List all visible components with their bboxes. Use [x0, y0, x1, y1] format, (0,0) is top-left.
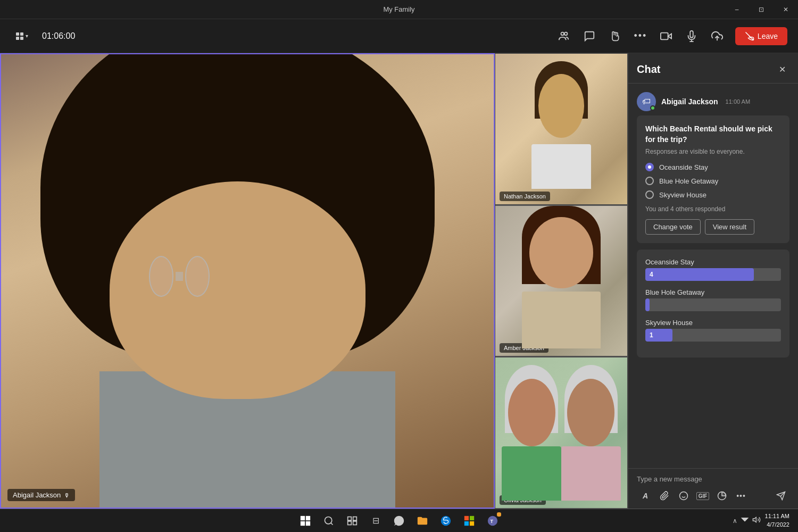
store-button[interactable]	[459, 510, 480, 531]
format-text-button[interactable]: A	[637, 487, 654, 504]
network-icon[interactable]	[741, 516, 749, 526]
main-participant-name: Abigail Jackson	[13, 491, 61, 499]
call-timer: 01:06:00	[42, 31, 75, 41]
poll-card: Which Beach Rental should we pick for th…	[637, 115, 789, 243]
people-icon	[558, 30, 570, 42]
system-clock[interactable]: 11:11 AM 4/7/2022	[765, 512, 789, 529]
message-header: 🏷 Abigail Jackson 11:00 AM	[637, 92, 789, 111]
meeting-toolbar: ▾ 01:06:00 •••	[0, 19, 798, 53]
windows-icon	[300, 516, 311, 526]
camera-button[interactable]	[654, 24, 678, 48]
close-button[interactable]: ✕	[774, 0, 798, 19]
poll-option-3[interactable]: Skyview House	[645, 190, 781, 199]
dropdown-chevron: ▾	[26, 33, 28, 39]
svg-rect-13	[306, 521, 310, 525]
leave-phone-icon	[745, 31, 754, 41]
svg-rect-2	[661, 32, 668, 39]
poll-option-label-1: Oceanside Stay	[659, 163, 708, 171]
send-message-button[interactable]	[772, 487, 789, 504]
video-area: Abigail Jackson 🎙 Nathan Jackson	[0, 53, 628, 509]
emoji-button[interactable]	[675, 487, 692, 504]
attach-button[interactable]	[656, 487, 673, 504]
olivia-video-feed	[495, 358, 627, 508]
svg-rect-21	[470, 516, 474, 520]
people-button[interactable]	[552, 24, 576, 48]
leave-label: Leave	[758, 32, 778, 40]
search-taskbar-icon	[323, 516, 334, 526]
nathan-figure	[528, 61, 594, 189]
svg-rect-11	[306, 516, 310, 520]
restore-button[interactable]: ⊡	[749, 0, 774, 19]
svg-rect-22	[464, 521, 469, 525]
result-bar-container-2	[645, 298, 781, 311]
poll-subtitle: Responses are visible to everyone.	[645, 148, 781, 155]
poll-option-1[interactable]: Oceanside Stay	[645, 163, 781, 171]
gif-icon: GIF	[696, 492, 710, 500]
view-result-button[interactable]: View result	[705, 219, 754, 235]
chat-button[interactable]	[578, 24, 601, 48]
change-vote-button[interactable]: Change vote	[645, 219, 701, 235]
toolbar-left: ▾ 01:06:00	[11, 29, 75, 43]
nathan-face	[538, 74, 585, 138]
svg-rect-12	[301, 521, 305, 525]
edge-button[interactable]	[435, 510, 456, 531]
main-video-label: Abigail Jackson 🎙	[7, 489, 75, 501]
poll-radio-2[interactable]	[645, 177, 654, 185]
svg-rect-15	[348, 517, 352, 520]
window-title: My Family	[383, 5, 414, 13]
svg-rect-20	[464, 516, 469, 520]
svg-point-0	[561, 32, 564, 35]
volume-icon[interactable]	[752, 516, 761, 526]
taskbar-center: ⊟ T	[295, 510, 503, 531]
raise-hand-button[interactable]	[603, 24, 627, 48]
file-explorer-button[interactable]	[412, 510, 433, 531]
poll-option-2[interactable]: Blue Hole Getaway	[645, 177, 781, 185]
poll-radio-3[interactable]	[645, 190, 654, 199]
current-date: 4/7/2022	[765, 521, 789, 529]
poll-radio-1[interactable]	[645, 163, 654, 171]
overflow-indicator[interactable]: ∧	[733, 517, 737, 525]
sticker-button[interactable]	[713, 487, 730, 504]
poll-option-label-3: Skyview House	[659, 191, 706, 199]
folder-icon	[417, 515, 428, 527]
more-options-button[interactable]: •••	[629, 24, 652, 48]
toolbar-right: ••• Leave	[552, 24, 787, 48]
olivia-face	[508, 379, 555, 446]
chat-taskbar-button[interactable]	[388, 510, 410, 531]
store-icon	[463, 515, 475, 527]
result-item-3: Skyview House 1	[645, 319, 781, 342]
system-tray-icons: ∧	[733, 516, 761, 526]
gif-button[interactable]: GIF	[694, 487, 711, 504]
emoji-icon	[679, 491, 688, 501]
mic-button[interactable]	[680, 24, 703, 48]
chat-input-toolbar: A GIF	[637, 487, 789, 504]
result-count-1: 4	[650, 271, 653, 278]
poll-question: Which Beach Rental should we pick for th…	[645, 124, 781, 145]
leave-button[interactable]: Leave	[735, 27, 787, 45]
side-video-olivia: Olivia Jackson	[495, 356, 628, 509]
teams-notification-badge	[497, 512, 501, 517]
svg-rect-18	[353, 521, 357, 525]
chat-title: Chat	[637, 63, 660, 76]
more-options-chat-button[interactable]: •••	[733, 487, 750, 504]
partner-face	[567, 379, 614, 446]
volume-svg	[752, 516, 761, 524]
sticker-icon	[717, 491, 727, 501]
share-button[interactable]	[705, 24, 729, 48]
minimize-button[interactable]: –	[725, 0, 749, 19]
grid-view-button[interactable]: ▾	[11, 29, 34, 43]
windows-start-button[interactable]	[295, 510, 316, 531]
teams-button[interactable]: T	[482, 510, 503, 531]
widgets-button[interactable]: ⊟	[365, 510, 386, 531]
poll-actions: Change vote View result	[645, 219, 781, 235]
search-button[interactable]	[318, 510, 339, 531]
olivia-figure	[502, 365, 561, 500]
task-view-button[interactable]	[342, 510, 363, 531]
attach-icon	[660, 491, 669, 501]
send-icon	[776, 491, 786, 501]
chat-message: 🏷 Abigail Jackson 11:00 AM Which Beach R…	[637, 92, 789, 358]
current-time: 11:11 AM	[765, 512, 789, 520]
side-video-amber: Amber Jackson	[495, 205, 628, 357]
amber-face	[529, 217, 593, 288]
chat-close-button[interactable]: ✕	[775, 62, 789, 77]
